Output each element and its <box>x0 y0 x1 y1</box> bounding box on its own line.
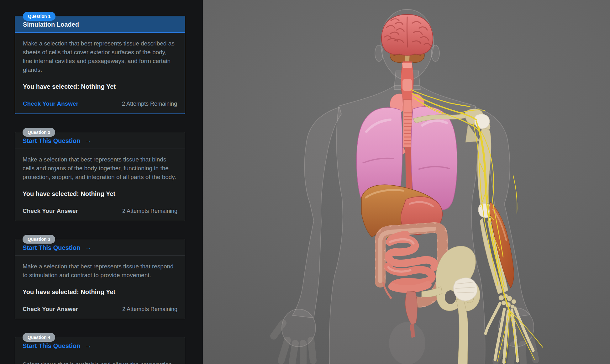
start-question-label: Start This Question <box>23 342 80 350</box>
pharynx-larynx[interactable] <box>401 61 413 100</box>
question-card-3: Question 3 Start This Question→ Make a s… <box>15 239 185 319</box>
start-question-link[interactable]: Start This Question→ <box>23 244 91 251</box>
question-4-text: Select tissue that is excitable and allo… <box>15 354 185 364</box>
question-3-footer: Check Your Answer 2 Attempts Remaining <box>15 296 185 319</box>
question-2-text: Make a selection that best represents ti… <box>15 149 185 182</box>
question-3-badge: Question 3 <box>23 235 55 244</box>
question-1-footer: Check Your Answer 2 Attempts Remaining <box>15 90 185 113</box>
anatomy-model-viewer[interactable] <box>203 0 610 364</box>
brain[interactable] <box>381 14 433 55</box>
attempts-remaining: 2 Attempts Remaining <box>122 208 177 214</box>
left-ear <box>375 45 383 61</box>
start-question-label: Start This Question <box>23 244 80 251</box>
arrow-right-icon: → <box>85 342 91 350</box>
question-card-2: Question 2 Start This Question→ Make a s… <box>15 132 185 221</box>
check-answer-button[interactable]: Check Your Answer <box>23 100 78 107</box>
attempts-remaining: 2 Attempts Remaining <box>122 101 177 107</box>
question-card-1: Question 1 Simulation Loaded Make a sele… <box>15 16 185 114</box>
anatomy-model-canvas[interactable] <box>203 0 610 364</box>
question-2-selection: You have selected: Nothing Yet <box>15 182 185 198</box>
question-sidebar: Question 1 Simulation Loaded Make a sele… <box>0 0 203 364</box>
question-3-text: Make a selection that best represents ti… <box>15 256 185 280</box>
arrow-right-icon: → <box>85 244 91 251</box>
question-1-selection: You have selected: Nothing Yet <box>15 74 185 90</box>
question-3-selection: You have selected: Nothing Yet <box>15 280 185 296</box>
question-1-badge: Question 1 <box>23 12 55 21</box>
anatomy-quiz-app: Question 1 Simulation Loaded Make a sele… <box>0 0 610 364</box>
question-4-badge: Question 4 <box>23 333 55 342</box>
start-question-link[interactable]: Start This Question→ <box>23 137 91 145</box>
pelvis-silhouette-patch <box>389 322 425 364</box>
start-question-label: Start This Question <box>23 137 80 145</box>
question-2-footer: Check Your Answer 2 Attempts Remaining <box>15 198 185 221</box>
right-ear <box>431 45 439 61</box>
check-answer-button[interactable]: Check Your Answer <box>23 208 78 214</box>
arrow-right-icon: → <box>85 137 91 145</box>
question-1-text: Make a selection that best represents ti… <box>15 33 185 74</box>
attempts-remaining: 2 Attempts Remaining <box>122 306 177 313</box>
start-question-link[interactable]: Start This Question→ <box>23 342 91 350</box>
question-2-badge: Question 2 <box>23 128 55 137</box>
check-answer-button[interactable]: Check Your Answer <box>23 306 78 313</box>
hip-ligament <box>454 278 477 301</box>
question-card-4: Question 4 Start This Question→ Select t… <box>15 337 185 364</box>
